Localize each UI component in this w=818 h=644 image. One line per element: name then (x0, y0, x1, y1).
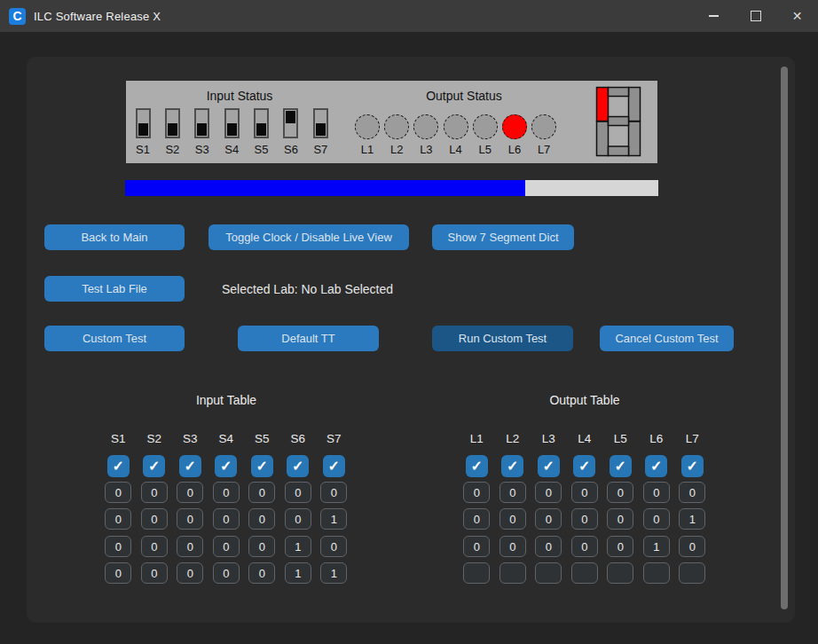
table-cell-s2[interactable]: 0 (141, 562, 168, 584)
vertical-scrollbar[interactable] (781, 67, 788, 609)
table-cell-l6[interactable] (643, 562, 670, 584)
table-cell-l4[interactable]: 0 (571, 536, 598, 557)
table-cell-s5[interactable]: 0 (248, 536, 275, 557)
checkbox-s4[interactable]: ✓ (215, 455, 237, 477)
default-tt-button[interactable]: Default TT (238, 326, 379, 351)
table-cell-s7[interactable]: 0 (320, 536, 347, 557)
table-cell-l7[interactable] (679, 562, 705, 584)
table-cell-s1[interactable]: 0 (105, 562, 131, 584)
table-cell-s3[interactable]: 0 (177, 508, 203, 530)
table-cell-s1[interactable]: 0 (105, 508, 131, 530)
table-cell-l5[interactable]: 0 (607, 508, 633, 530)
table-cell-l4[interactable] (571, 562, 598, 584)
checkbox-s6[interactable]: ✓ (287, 455, 309, 477)
table-cell-l1[interactable] (463, 562, 490, 584)
table-cell-s4[interactable]: 0 (213, 508, 240, 530)
maximize-icon (751, 11, 761, 21)
switch-label: S3 (195, 143, 209, 156)
checkbox-s5[interactable]: ✓ (251, 455, 273, 477)
table-cell-s2[interactable]: 0 (141, 536, 168, 557)
run-custom-test-button[interactable]: Run Custom Test (432, 326, 573, 351)
checkbox-l2[interactable]: ✓ (501, 455, 523, 477)
table-cell-l1[interactable]: 0 (463, 508, 490, 530)
switch-label: S2 (165, 143, 179, 156)
switch-label: S1 (136, 143, 150, 156)
switch-body (283, 108, 298, 138)
table-cell-l6[interactable]: 0 (643, 482, 670, 503)
table-cell-l4[interactable]: 0 (571, 508, 598, 530)
checkbox-l5[interactable]: ✓ (610, 455, 632, 477)
show-7-segment-dict-button[interactable]: Show 7 Segment Dict (432, 224, 574, 250)
checkbox-l6[interactable]: ✓ (645, 455, 667, 477)
test-lab-file-button[interactable]: Test Lab File (44, 276, 185, 302)
table-cell-s6[interactable]: 1 (285, 562, 311, 584)
input-table-checkbox-row: ✓✓✓✓✓✓✓ (100, 455, 352, 477)
table-cell-s7[interactable]: 1 (320, 562, 347, 584)
table-cell-s2[interactable]: 0 (141, 508, 168, 530)
table-cell-l5[interactable]: 0 (607, 536, 633, 557)
checkbox-l1[interactable]: ✓ (466, 455, 488, 477)
table-cell-s4[interactable]: 0 (213, 482, 240, 503)
table-cell-l3[interactable]: 0 (535, 536, 562, 557)
table-cell-l7[interactable]: 1 (679, 508, 705, 530)
switch-knob (168, 123, 177, 136)
table-cell-l2[interactable]: 0 (499, 508, 526, 530)
led-label: L4 (449, 143, 461, 156)
custom-test-button[interactable]: Custom Test (44, 326, 185, 351)
table-cell-s3[interactable]: 0 (177, 482, 203, 503)
checkbox-s7[interactable]: ✓ (323, 455, 345, 477)
toggle-clock-button[interactable]: Toggle Clock / Disable Live View (208, 224, 409, 250)
table-cell-s3[interactable]: 0 (177, 562, 203, 584)
table-cell-s7[interactable]: 1 (320, 508, 347, 530)
output-led-l2: L2 (384, 114, 409, 156)
table-cell-l1[interactable]: 0 (463, 536, 490, 557)
table-cell-l3[interactable]: 0 (535, 508, 562, 530)
table-cell-l2[interactable] (499, 562, 526, 584)
table-cell-l5[interactable]: 0 (607, 482, 633, 503)
table-cell-l1[interactable]: 0 (463, 482, 490, 503)
table-cell-s4[interactable]: 0 (213, 562, 240, 584)
table-cell-l6[interactable]: 1 (643, 536, 670, 557)
table-cell-s6[interactable]: 0 (285, 508, 311, 530)
maximize-button[interactable] (735, 0, 776, 32)
table-cell-s4[interactable]: 0 (213, 536, 240, 557)
cancel-custom-test-button[interactable]: Cancel Custom Test (600, 326, 734, 351)
table-cell-s7[interactable]: 0 (320, 482, 347, 503)
back-to-main-button[interactable]: Back to Main (44, 224, 185, 250)
checkbox-l4[interactable]: ✓ (573, 455, 595, 477)
table-cell-s1[interactable]: 0 (105, 482, 131, 503)
table-cell-l5[interactable] (607, 562, 633, 584)
checkbox-l3[interactable]: ✓ (538, 455, 560, 477)
main-frame: Input Status Output Status S1S2S3S4S5S6S… (27, 57, 795, 623)
table-cell-l6[interactable]: 0 (643, 508, 670, 530)
table-cell-l7[interactable]: 0 (679, 536, 705, 557)
table-cell-s1[interactable]: 0 (105, 536, 131, 557)
table-cell-s2[interactable]: 0 (141, 482, 168, 503)
table-cell-l3[interactable] (535, 562, 562, 584)
checkbox-s1[interactable]: ✓ (107, 455, 130, 477)
led-indicator (444, 114, 468, 139)
input-table-row: 0000000 (100, 482, 352, 503)
table-cell-l7[interactable]: 0 (679, 482, 705, 503)
table-cell-s5[interactable]: 0 (248, 508, 275, 530)
table-cell-l4[interactable]: 0 (571, 482, 598, 503)
column-header-l7: L7 (686, 432, 699, 445)
table-cell-s6[interactable]: 0 (285, 482, 311, 503)
table-cell-l2[interactable]: 0 (499, 482, 526, 503)
checkbox-l7[interactable]: ✓ (681, 455, 704, 477)
close-button[interactable]: ✕ (776, 0, 818, 32)
checkbox-s3[interactable]: ✓ (179, 455, 201, 477)
table-cell-l2[interactable]: 0 (499, 536, 526, 557)
table-cell-s6[interactable]: 1 (285, 536, 311, 557)
checkbox-s2[interactable]: ✓ (143, 455, 165, 477)
column-header-s7: S7 (326, 432, 342, 445)
table-cell-l3[interactable]: 0 (535, 482, 562, 503)
output-table-row: 0000001 (459, 508, 711, 530)
table-cell-s3[interactable]: 0 (177, 536, 203, 557)
led-indicator (413, 114, 438, 139)
table-cell-s5[interactable]: 0 (248, 482, 275, 503)
table-cell-s5[interactable]: 0 (248, 562, 275, 584)
switch-body (313, 108, 328, 138)
minimize-button[interactable] (693, 0, 735, 32)
output-table-row (459, 562, 711, 584)
